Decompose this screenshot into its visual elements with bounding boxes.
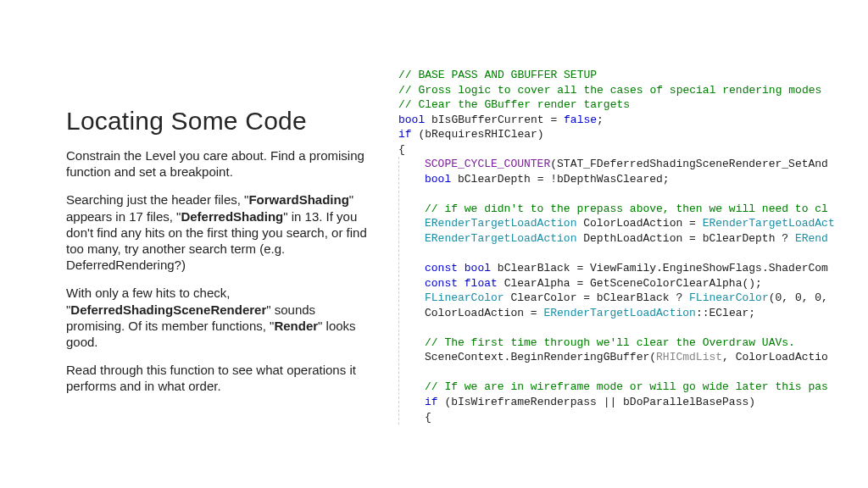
left-column: Locating Some Code Constrain the Level y… [66,107,371,406]
code-text: (bIsWireframeRenderpass || bDoParallelBa… [438,396,755,408]
code-text: (bRequiresRHIClear) [412,128,544,141]
code-text: bIsGBufferCurrent = [425,114,564,126]
code-keyword: bool [458,262,491,274]
code-block: SCOPE_CYCLE_COUNTER(STAT_FDeferredShadin… [398,157,868,424]
code-text: , ColorLoadActio [722,351,828,363]
code-keyword: float [458,277,498,290]
code-text: DepthLoadAction = bClearDepth ? [576,232,794,245]
code-type: ERenderTargetLoadAction [543,307,695,319]
code-text: ; [597,114,604,126]
code-type: FLinearColor [689,291,769,304]
code-macro: SCOPE_CYCLE_COUNTER [425,158,550,170]
bold-term: Render [274,319,318,333]
code-text: bClearDepth = !bDepthWasCleared; [451,173,669,186]
code-type: ERenderTargetLoadAction [425,232,576,245]
code-text: ColorLoadAction = [576,217,702,230]
code-keyword: false [564,114,597,126]
code-comment: // Gross logic to cover all the cases of… [398,84,828,97]
bold-term: ForwardShading [248,192,348,207]
code-text: ClearColor = bClearBlack ? [504,291,689,304]
code-type: FLinearColor [425,291,504,304]
code-snippet: // BASE PASS AND GBUFFER SETUP // Gross … [398,68,868,424]
code-comment: // If we are in wireframe mode or will g… [425,380,828,393]
text: Searching just the header files, " [66,192,248,207]
code-comment: // BASE PASS AND GBUFFER SETUP [398,69,597,81]
paragraph-1: Constrain the Level you care about. Find… [66,147,371,180]
slide-title: Locating Some Code [66,107,371,136]
code-keyword: bool [398,114,425,126]
code-keyword: bool [425,173,451,186]
code-brace: { [425,411,431,424]
paragraph-2: Searching just the header files, "Forwar… [66,191,371,273]
code-keyword: const [425,277,458,290]
slide: Locating Some Code Constrain the Level y… [0,0,868,488]
code-text: ClearAlpha = GetSceneColorClearAlpha(); [498,277,762,290]
code-text: (STAT_FDeferredShadingSceneRenderer_SetA… [550,158,828,170]
code-text: ::EClear; [696,307,755,319]
code-type: ERenderTargetLoadAction [425,217,576,230]
code-keyword: if [398,128,412,141]
code-text: SceneContext.BeginRenderingGBuffer( [425,351,656,363]
code-comment: // Clear the GBuffer render targets [398,98,630,111]
code-arg: RHICmdList [656,351,722,363]
bold-term: DeferredShadingSceneRenderer [70,302,266,317]
code-keyword: const [425,262,458,274]
code-brace: { [398,143,405,156]
paragraph-3: With only a few hits to check, "Deferred… [66,285,371,350]
code-text: ColorLoadAction = [425,307,543,319]
code-text: bClearBlack = ViewFamily.EngineShowFlags… [491,262,828,274]
code-text: (0, 0, 0, [769,291,828,304]
code-keyword: if [425,396,438,408]
code-comment: // if we didn't to the prepass above, th… [425,202,828,215]
bold-term: DeferredShading [181,209,283,224]
code-type: ERenderTargetLoadAct [703,217,835,230]
code-comment: // The first time through we'll clear th… [425,336,795,349]
code-type: ERend [795,232,828,245]
paragraph-4: Read through this function to see what o… [66,362,371,394]
